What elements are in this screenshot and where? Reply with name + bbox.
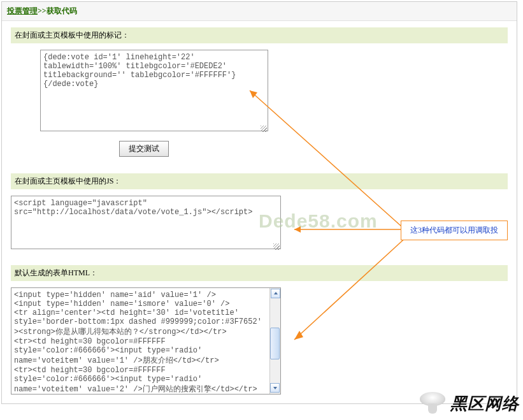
content-area: 在封面或主页模板中使用的标记： 提交测试 在封面或主页模板中使用的JS： 默认生… bbox=[2, 21, 517, 403]
scroll-thumb[interactable] bbox=[270, 328, 280, 359]
breadcrumb-parent-link[interactable]: 投票管理 bbox=[7, 6, 38, 15]
annotation-callout: 这3种代码都可以用调取投 bbox=[401, 221, 508, 240]
brand-logo: 黑区网络 bbox=[419, 389, 519, 417]
scroll-down-button[interactable] bbox=[270, 383, 280, 393]
js-code-textarea[interactable] bbox=[11, 196, 281, 249]
section1-title: 在封面或主页模板中使用的标记： bbox=[11, 27, 508, 43]
html-code-container bbox=[11, 287, 281, 395]
scroll-up-button[interactable] bbox=[271, 289, 280, 298]
section3-title: 默认生成的表单HTML： bbox=[11, 265, 508, 281]
breadcrumb-current: 获取代码 bbox=[47, 6, 77, 15]
scrollbar[interactable] bbox=[269, 288, 280, 394]
main-panel: 投票管理>>获取代码 在封面或主页模板中使用的标记： 提交测试 在封面或主页模板… bbox=[1, 1, 517, 404]
mushroom-icon bbox=[419, 389, 447, 417]
template-tag-textarea[interactable] bbox=[40, 50, 268, 131]
breadcrumb: 投票管理>>获取代码 bbox=[2, 2, 517, 21]
submit-test-button[interactable]: 提交测试 bbox=[119, 141, 169, 157]
breadcrumb-sep: >> bbox=[38, 6, 47, 15]
section2-title: 在封面或主页模板中使用的JS： bbox=[11, 173, 508, 189]
html-code-textarea[interactable] bbox=[11, 288, 270, 395]
brand-text: 黑区网络 bbox=[450, 393, 519, 415]
